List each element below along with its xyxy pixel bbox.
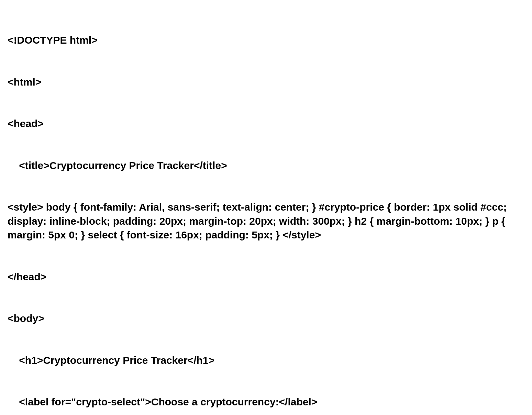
code-line: <title>Cryptocurrency Price Tracker</tit… [8,159,525,173]
code-line: <label for="crypto-select">Choose a cryp… [8,395,525,409]
code-line: <h1>Cryptocurrency Price Tracker</h1> [8,354,525,368]
code-document: <!DOCTYPE html> <html> <head> <title>Cry… [0,0,532,415]
code-line: </head> [8,270,525,284]
code-line: <style> body { font-family: Arial, sans-… [8,200,523,242]
code-line: <head> [8,117,525,131]
code-line: <!DOCTYPE html> [8,33,525,47]
code-line: <html> [8,75,525,89]
code-line: <body> [8,312,525,326]
